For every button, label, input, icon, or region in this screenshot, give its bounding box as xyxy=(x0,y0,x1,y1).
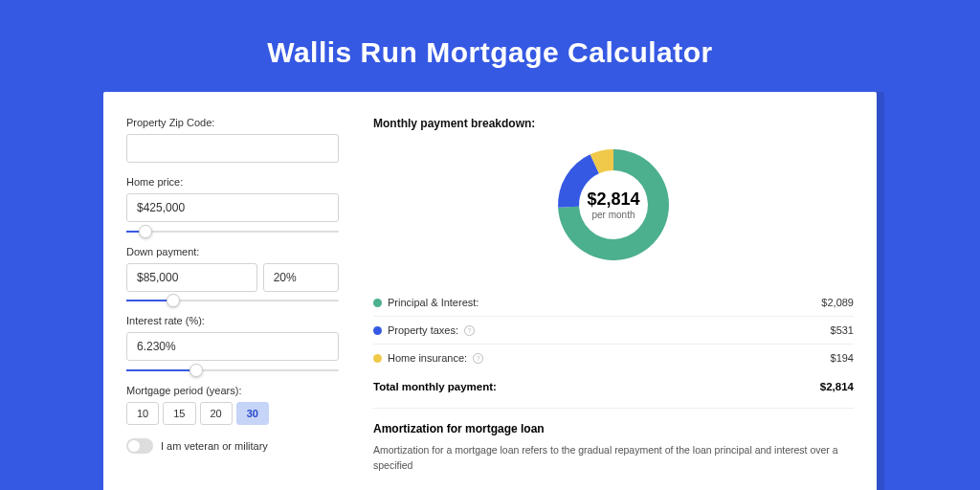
breakdown-panel: Monthly payment breakdown: $2,814 per mo… xyxy=(356,117,854,490)
down-payment-slider-thumb[interactable] xyxy=(167,294,180,307)
down-payment-slider[interactable] xyxy=(126,300,339,301)
total-value: $2,814 xyxy=(820,381,854,392)
breakdown-title: Monthly payment breakdown: xyxy=(373,117,854,130)
home-price-label: Home price: xyxy=(126,176,339,188)
page-title: Wallis Run Mortgage Calculator xyxy=(103,36,877,69)
breakdown-list: Principal & Interest:$2,089Property taxe… xyxy=(373,289,854,371)
legend-dot-icon xyxy=(373,354,382,363)
zip-input[interactable] xyxy=(126,134,339,163)
breakdown-row-home-insurance: Home insurance:?$194 xyxy=(373,345,854,371)
home-price-slider[interactable] xyxy=(126,231,339,233)
legend-dot-icon xyxy=(373,299,382,307)
info-icon[interactable]: ? xyxy=(464,325,475,336)
breakdown-row-property-taxes: Property taxes:?$531 xyxy=(373,317,854,345)
legend-dot-icon xyxy=(373,326,382,335)
down-payment-input[interactable] xyxy=(126,263,257,292)
period-label: Mortgage period (years): xyxy=(126,385,339,396)
breakdown-item-value: $194 xyxy=(831,352,854,364)
veteran-label: I am veteran or military xyxy=(161,440,268,452)
veteran-toggle[interactable] xyxy=(126,438,153,454)
breakdown-row-principal-interest: Principal & Interest:$2,089 xyxy=(373,289,854,317)
interest-slider-thumb[interactable] xyxy=(189,364,203,377)
interest-slider-fill xyxy=(126,369,196,371)
donut-chart: $2,814 per month xyxy=(556,147,671,262)
home-price-input[interactable] xyxy=(126,193,339,222)
period-btn-20[interactable]: 20 xyxy=(200,402,233,425)
donut-center-amount: $2,814 xyxy=(587,189,639,210)
period-buttons: 10152030 xyxy=(126,402,339,425)
donut-center-sub: per month xyxy=(587,210,639,220)
breakdown-item-value: $531 xyxy=(831,324,854,336)
interest-input[interactable] xyxy=(126,332,339,361)
breakdown-item-label: Property taxes: xyxy=(388,324,458,336)
breakdown-item-label: Principal & Interest: xyxy=(388,297,479,308)
info-icon[interactable]: ? xyxy=(473,353,483,364)
breakdown-item-value: $2,089 xyxy=(821,297,854,308)
breakdown-item-label: Home insurance: xyxy=(388,352,467,364)
calculator-card: Property Zip Code: Home price: Down paym… xyxy=(103,92,877,490)
period-btn-10[interactable]: 10 xyxy=(126,402,159,425)
total-label: Total monthly payment: xyxy=(373,381,497,392)
home-price-slider-thumb[interactable] xyxy=(139,225,152,238)
amortization-text: Amortization for a mortgage loan refers … xyxy=(373,443,854,474)
amortization-title: Amortization for mortgage loan xyxy=(373,422,854,435)
zip-label: Property Zip Code: xyxy=(126,117,339,128)
interest-label: Interest rate (%): xyxy=(126,315,339,326)
period-btn-15[interactable]: 15 xyxy=(163,402,195,425)
down-payment-pct-input[interactable] xyxy=(263,263,339,292)
down-payment-label: Down payment: xyxy=(126,246,339,257)
form-panel: Property Zip Code: Home price: Down paym… xyxy=(126,117,356,490)
period-btn-30[interactable]: 30 xyxy=(236,402,269,425)
interest-slider[interactable] xyxy=(126,369,339,371)
